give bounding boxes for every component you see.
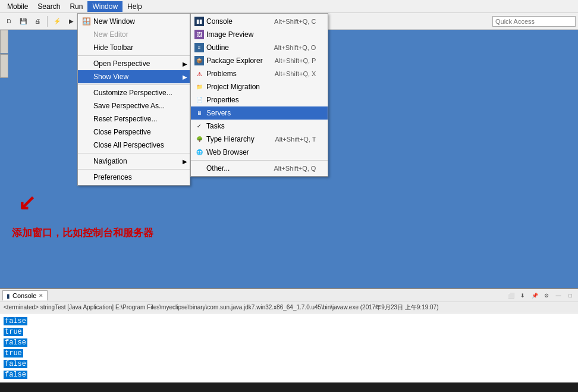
console-header: ▮ Console ✕ ⬜ ⬇ 📌 ⚙ — □ xyxy=(0,289,578,302)
console-minimize-btn[interactable]: — xyxy=(553,290,564,301)
menubar-item-search[interactable]: Search xyxy=(33,1,65,12)
new-window-icon: 🪟 xyxy=(81,17,91,26)
menu-item-show-view[interactable]: Show View ▶ xyxy=(78,70,190,83)
console-output-5: false xyxy=(4,360,27,368)
toolbar-btn-3[interactable]: ▶ xyxy=(65,15,78,28)
web-browser-icon: 🌐 xyxy=(194,148,204,157)
console-toolbar: ⬜ ⬇ 📌 ⚙ — □ xyxy=(505,290,576,301)
new-editor-icon xyxy=(81,30,91,39)
menu-show-view: ▮▮ Console Alt+Shift+Q, C 🖼 Image Previe… xyxy=(190,13,328,177)
menu-view-project-migration[interactable]: 📁 Project Migration xyxy=(191,80,328,93)
toolbar-save-btn[interactable]: 💾 xyxy=(17,15,30,28)
left-tab-1[interactable] xyxy=(0,30,8,54)
console-tab-icon: ▮ xyxy=(7,293,10,299)
toolbar-print-btn[interactable]: 🖨 xyxy=(31,15,44,28)
console-icon: ▮▮ xyxy=(194,17,204,26)
menu-item-customize[interactable]: Customize Perspective... xyxy=(78,86,190,99)
close-perspective-icon xyxy=(81,127,91,137)
menu-view-package-explorer[interactable]: 📦 Package Explorer Alt+Shift+Q, P xyxy=(191,54,328,67)
left-tab-2[interactable] xyxy=(0,54,8,78)
menu-item-reset-perspective[interactable]: Reset Perspective... xyxy=(78,112,190,126)
close-all-icon xyxy=(81,140,91,150)
menubar-item-mobile[interactable]: Mobile xyxy=(2,1,33,12)
console-clear-btn[interactable]: ⬜ xyxy=(505,290,516,301)
properties-icon: 📄 xyxy=(194,95,204,105)
menu-item-open-perspective[interactable]: Open Perspective ▶ xyxy=(78,57,190,70)
other-icon xyxy=(194,164,204,173)
menu-item-navigation[interactable]: Navigation ▶ xyxy=(78,155,190,168)
show-view-icon xyxy=(81,72,91,81)
navigation-icon xyxy=(81,156,91,166)
console-line-2: true xyxy=(4,327,574,337)
console-tab-label: Console xyxy=(12,292,36,299)
console-pin-btn[interactable]: 📌 xyxy=(529,290,540,301)
toolbar-btn-2[interactable]: ⚡ xyxy=(51,15,64,28)
console-maximize-btn[interactable]: □ xyxy=(565,290,576,301)
menubar-item-run[interactable]: Run xyxy=(65,1,87,12)
menu-view-sep xyxy=(191,160,328,161)
menu-sep-4 xyxy=(78,169,190,170)
console-info-bar: <terminated> stringTest [Java Applicatio… xyxy=(0,302,578,313)
annotation-arrow: ↙ xyxy=(18,190,36,215)
toolbar-quick-access-area xyxy=(492,16,576,27)
console-output-6: false xyxy=(4,371,27,379)
customize-icon xyxy=(81,88,91,98)
menu-view-web-browser[interactable]: 🌐 Web Browser xyxy=(191,146,328,159)
menu-item-close-all-perspectives[interactable]: Close All Perspectives xyxy=(78,139,190,152)
menu-item-close-perspective[interactable]: Close Perspective xyxy=(78,126,190,139)
toolbar-sep-1 xyxy=(47,16,48,27)
menu-item-save-perspective[interactable]: Save Perspective As... xyxy=(78,99,190,112)
tasks-icon: ✓ xyxy=(194,121,204,131)
console-output: false true false true false false xyxy=(0,313,578,382)
menu-view-properties[interactable]: 📄 Properties xyxy=(191,93,328,106)
menu-view-outline[interactable]: ≡ Outline Alt+Shift+Q, O xyxy=(191,41,328,54)
console-settings-btn[interactable]: ⚙ xyxy=(541,290,552,301)
menu-item-hide-toolbar[interactable]: Hide Toolbar xyxy=(78,41,190,54)
quick-access-input[interactable] xyxy=(492,16,576,27)
package-explorer-icon: 📦 xyxy=(194,56,204,65)
menu-view-servers[interactable]: 🖥 Servers xyxy=(191,106,328,120)
outline-icon: ≡ xyxy=(194,43,204,52)
console-tab[interactable]: ▮ Console ✕ xyxy=(2,290,48,300)
project-migration-icon: 📁 xyxy=(194,82,204,92)
menu-item-new-editor[interactable]: New Editor xyxy=(78,28,190,41)
hide-toolbar-icon xyxy=(81,43,91,52)
menu-item-new-window[interactable]: 🪟 New Window xyxy=(78,15,190,28)
menu-sep-2 xyxy=(78,84,190,85)
preferences-icon xyxy=(81,173,91,182)
problems-icon: ⚠ xyxy=(194,69,204,79)
left-tabs-area xyxy=(0,30,8,78)
annotation-text: 添加窗口，比如控制台和服务器 xyxy=(12,226,153,240)
console-line-1: false xyxy=(4,316,574,327)
console-close-btn[interactable]: ✕ xyxy=(39,293,43,299)
menu-view-image-preview[interactable]: 🖼 Image Preview xyxy=(191,28,328,41)
navigation-arrow: ▶ xyxy=(183,158,187,165)
show-view-arrow: ▶ xyxy=(183,74,187,80)
menu-sep-1 xyxy=(78,55,190,56)
open-perspective-arrow: ▶ xyxy=(183,61,187,67)
toolbar-new-btn[interactable]: 🗋 xyxy=(2,15,15,28)
console-panel: ▮ Console ✕ ⬜ ⬇ 📌 ⚙ — □ <terminated> str… xyxy=(0,288,578,392)
reset-perspective-icon xyxy=(81,114,91,124)
menubar: Mobile Search Run Window Help xyxy=(0,0,578,13)
console-output-4: true xyxy=(4,349,23,357)
servers-icon: 🖥 xyxy=(194,108,204,118)
save-perspective-icon xyxy=(81,101,91,111)
menu-view-type-hierarchy[interactable]: 🌳 Type Hierarchy Alt+Shift+Q, T xyxy=(191,133,328,146)
menubar-item-help[interactable]: Help xyxy=(122,1,147,12)
menu-item-preferences[interactable]: Preferences xyxy=(78,171,190,184)
console-scroll-btn[interactable]: ⬇ xyxy=(517,290,528,301)
console-output-3: false xyxy=(4,338,27,347)
menu-view-problems[interactable]: ⚠ Problems Alt+Shift+Q, X xyxy=(191,67,328,80)
console-line-6: false xyxy=(4,369,574,380)
menu-sep-3 xyxy=(78,153,190,153)
menu-view-tasks[interactable]: ✓ Tasks xyxy=(191,120,328,133)
menu-view-other[interactable]: Other... Alt+Shift+Q, Q xyxy=(191,162,328,175)
console-line-3: false xyxy=(4,337,574,348)
console-line-4: true xyxy=(4,348,574,359)
menu-view-console[interactable]: ▮▮ Console Alt+Shift+Q, C xyxy=(191,15,328,28)
menubar-item-window[interactable]: Window xyxy=(87,1,122,12)
type-hierarchy-icon: 🌳 xyxy=(194,134,204,144)
console-line-5: false xyxy=(4,359,574,369)
console-output-2: true xyxy=(4,328,23,336)
